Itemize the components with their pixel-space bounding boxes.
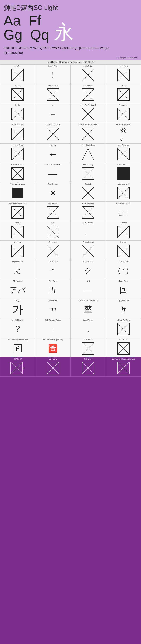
cell-label: Dingbats (71, 183, 105, 185)
cell-content (36, 224, 70, 239)
cell-content (1, 205, 34, 220)
cell-label: IPA Ext (1, 85, 34, 87)
cell-label: CJK Compat Ideographs (71, 300, 105, 302)
font-sample-row: Aa Ff Gg Qq 永 (3, 14, 138, 42)
grid-cell: Sup Punctuation (70, 202, 106, 221)
cell-label: Enclosed Alphanums (36, 164, 70, 166)
cell-label: CJK Ext A (36, 280, 70, 282)
cell-label: Small Forms (71, 319, 105, 321)
cell-label: Diacriticals (71, 85, 105, 87)
cell-label: Box Drawing (71, 164, 105, 166)
cell-label: Jamo Ext B (36, 300, 70, 302)
cell-label: Misc Technical (107, 144, 140, 146)
svg-marker-42 (83, 148, 94, 160)
font-source: Font Source: http://www.fontke.com/font/… (0, 60, 141, 64)
grid-cell: Latin 1 Sup! (35, 64, 70, 84)
cell-content: 🈴 (36, 341, 70, 356)
grid-cell: Half And Full Forms (106, 318, 141, 338)
cell-label: Sup Punctuation (71, 202, 105, 204)
cell-content: アパ (1, 283, 34, 298)
cell-content (71, 186, 105, 200)
grid-cell: Misc Technical (106, 143, 141, 163)
grid-cell: Kangxi (0, 221, 35, 240)
grid-cell: Box Drawing (70, 163, 106, 182)
cell-content (107, 147, 140, 162)
grid-cell: Arrows← (35, 143, 70, 163)
font-credit: © Design by fontke.com (0, 56, 141, 60)
cell-label: Bopomofo (36, 241, 70, 243)
grid-cell: CJK Ext D 𐐸 (0, 357, 35, 376)
grid-cell: Enclosed Alphanums Sup🄰 (0, 338, 35, 357)
cell-label: Cyrillic (1, 104, 34, 106)
cell-label: Sup Arrows B (107, 183, 140, 185)
cell-content (107, 224, 140, 239)
grid-cell: CJK Compat Ideographs堃 (70, 299, 106, 318)
grid-cell: Latin Ext A (70, 64, 106, 84)
cell-content (36, 126, 70, 142)
cell-content (107, 166, 140, 181)
cell-label: Misc Symbols (36, 183, 70, 185)
grid-cell: CJK Compatアパ (0, 279, 35, 299)
cell-content: — (36, 166, 70, 181)
cell-content (71, 166, 105, 181)
cell-content: ! (36, 68, 70, 82)
cell-label: CJK Ext B (71, 338, 105, 340)
cell-content: ✳ (36, 186, 70, 200)
cell-content (71, 147, 105, 162)
grid-cell: Control Pictures (0, 163, 35, 182)
cell-content: (㇀) (107, 264, 140, 278)
cell-content (1, 166, 34, 181)
cell-label: Currency Symbols (36, 124, 70, 126)
cell-label: CJK Ext D (1, 358, 34, 360)
grid-cell: CJK Radicals Sup (106, 202, 141, 221)
cell-label: CJK Radicals Sup (107, 202, 140, 204)
sample-latin: Aa Ff Gg Qq (3, 14, 49, 42)
cell-content: ㇀ (36, 264, 70, 278)
font-title: 獅尾D露西SC Light (3, 4, 138, 12)
cell-content: 🄰 (1, 341, 34, 356)
cell-label: Enclosed Ideographic Sup (36, 338, 70, 340)
cell-content: — (71, 283, 105, 298)
cell-label: CJK Ext F (71, 358, 105, 360)
grid-cell: Small Forms， (70, 318, 106, 338)
alphabet-lower: 0123456789 (3, 50, 138, 56)
cell-content (71, 244, 105, 258)
cell-content: ← (36, 147, 70, 162)
cell-label: Latin 1 Sup (36, 65, 70, 67)
cell-content (71, 341, 105, 356)
grid-cell: Katakana Extク (70, 260, 106, 279)
cell-content (36, 88, 70, 102)
grid-cell: Enclosed Ideographic Sup🈴 (35, 338, 70, 357)
grid-cell: Kanbun (106, 240, 141, 260)
cell-content (107, 361, 140, 375)
grid-cell: Cyrillic (0, 103, 35, 123)
cell-label: Kanbun (107, 241, 140, 243)
cell-content: ？ (1, 322, 34, 336)
cell-label: Enclosed CJK (107, 261, 140, 263)
grid-cell: Dingbats (70, 182, 106, 202)
cell-content (36, 244, 70, 258)
cell-label: Half And Full Forms (107, 319, 140, 321)
cell-label: Katakana Ext (71, 261, 105, 263)
cell-content (107, 341, 140, 356)
cell-label: Number Forms (1, 144, 34, 146)
cell-label: Hangul (1, 300, 34, 302)
cell-content (36, 205, 70, 220)
cell-label: Vertical Forms (1, 319, 34, 321)
grid-cell: Diacriticals (70, 84, 106, 103)
grid-cell: IPA Ext (0, 84, 35, 103)
cell-label: Math Operations (71, 144, 105, 146)
grid-cell: Misc Arrows (35, 202, 70, 221)
font-alphabet: ABCDEFGHIJKLMNOPQRSTUVWXYZabcdefghijklmn… (0, 44, 141, 56)
cell-label: Hiragana (107, 222, 140, 224)
cell-label: Greek (107, 85, 140, 87)
cell-label: Misc Math Symbols B (1, 202, 34, 204)
cell-content: ： (36, 322, 70, 336)
cell-label: Letterlike Symbols (107, 124, 140, 126)
grid-cell: Currency Symbols (35, 123, 70, 143)
cell-content: ， (71, 322, 105, 336)
grid-cell: Alphabetic PFff (106, 299, 141, 318)
grid-cell: Compat Jamo (70, 240, 106, 260)
cell-label: CJK Symbols (71, 222, 105, 224)
cell-label: Arrows (36, 144, 70, 146)
